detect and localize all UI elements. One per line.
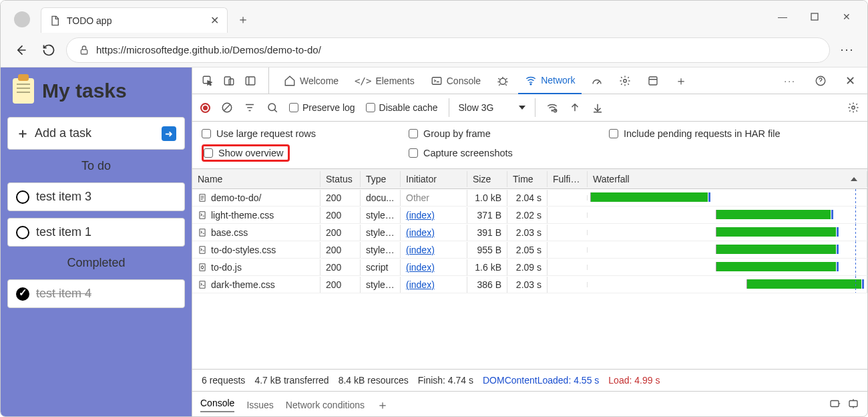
drawer-expand-icon[interactable] bbox=[829, 398, 841, 412]
request-initiator: (index) bbox=[401, 225, 467, 241]
waterfall-cell bbox=[588, 276, 867, 293]
network-settings-icon[interactable] bbox=[847, 102, 859, 114]
col-time: Time bbox=[507, 171, 548, 187]
tab-elements[interactable]: </>Elements bbox=[348, 67, 421, 94]
request-time: 2.09 s bbox=[507, 259, 548, 275]
close-window-button[interactable]: ✕ bbox=[831, 6, 862, 27]
request-time: 2.02 s bbox=[507, 207, 548, 223]
request-type: styles... bbox=[361, 207, 401, 223]
devtools-menu-button[interactable]: ··· bbox=[777, 67, 803, 94]
device-toggle-button[interactable] bbox=[219, 67, 239, 94]
search-button[interactable] bbox=[266, 102, 278, 114]
svg-point-9 bbox=[624, 79, 627, 82]
add-task-button[interactable]: ＋ Add a task ➜ bbox=[7, 117, 185, 150]
task-label: test item 1 bbox=[36, 225, 91, 239]
submit-arrow-icon[interactable]: ➜ bbox=[162, 126, 176, 141]
large-rows-checkbox[interactable]: Use large request rows bbox=[202, 128, 409, 139]
dock-side-button[interactable] bbox=[240, 67, 260, 94]
drawer-tab-issues[interactable]: Issues bbox=[246, 400, 273, 410]
tab-welcome[interactable]: Welcome bbox=[277, 67, 345, 94]
profile-avatar[interactable] bbox=[14, 11, 30, 27]
group-by-frame-checkbox[interactable]: Group by frame bbox=[409, 128, 609, 139]
table-row[interactable]: base.css 200 styles... (index) 391 B 2.0… bbox=[192, 224, 867, 241]
initiator-link[interactable]: (index) bbox=[406, 210, 435, 221]
app-title: My tasks bbox=[42, 80, 127, 102]
svg-rect-18 bbox=[200, 211, 205, 219]
drawer-tab-console[interactable]: Console bbox=[200, 398, 234, 412]
task-item-completed[interactable]: test item 4 bbox=[7, 279, 185, 308]
tab-network[interactable]: Network bbox=[518, 67, 582, 94]
export-har-button[interactable] bbox=[592, 102, 604, 114]
request-type: styles... bbox=[361, 225, 401, 241]
inspect-element-button[interactable] bbox=[198, 67, 218, 94]
back-button[interactable] bbox=[10, 39, 31, 61]
pending-har-checkbox[interactable]: Include pending requests in HAR file bbox=[609, 128, 858, 139]
col-fulfilled: Fulfill... bbox=[548, 171, 588, 187]
initiator-link[interactable]: (index) bbox=[406, 262, 435, 273]
request-size: 391 B bbox=[467, 225, 507, 241]
filter-button[interactable] bbox=[244, 102, 256, 114]
request-type: styles... bbox=[361, 242, 401, 258]
request-type: script bbox=[361, 259, 401, 275]
minimize-button[interactable]: ― bbox=[767, 6, 798, 27]
disable-cache-checkbox[interactable]: Disable cache bbox=[366, 102, 438, 113]
table-row[interactable]: light-theme.css 200 styles... (index) 37… bbox=[192, 206, 867, 224]
throttle-select[interactable]: Slow 3G bbox=[459, 102, 494, 113]
help-icon[interactable] bbox=[808, 67, 833, 94]
tab-title: TODO app bbox=[67, 15, 112, 26]
preserve-log-checkbox[interactable]: Preserve log bbox=[289, 102, 355, 113]
refresh-button[interactable] bbox=[38, 39, 59, 61]
svg-rect-6 bbox=[432, 77, 441, 84]
initiator-link[interactable]: (index) bbox=[406, 279, 435, 290]
svg-rect-5 bbox=[246, 77, 255, 85]
svg-rect-23 bbox=[200, 281, 205, 288]
clear-button[interactable] bbox=[221, 102, 233, 114]
browser-tab[interactable]: TODO app ✕ bbox=[41, 7, 228, 33]
initiator-link[interactable]: (index) bbox=[406, 227, 435, 238]
request-size: 955 B bbox=[467, 242, 507, 258]
new-tab-button[interactable]: ＋ bbox=[230, 7, 256, 31]
network-status-bar: 6 requests 4.7 kB transferred 8.4 kB res… bbox=[192, 369, 867, 391]
drawer-tab-network-conditions[interactable]: Network conditions bbox=[286, 400, 365, 410]
request-initiator: (index) bbox=[401, 242, 467, 258]
table-header[interactable]: Name Status Type Initiator Size Time Ful… bbox=[192, 169, 867, 189]
sort-ascending-icon[interactable] bbox=[851, 177, 857, 181]
table-row[interactable]: dark-theme.css 200 styles... (index) 386… bbox=[192, 276, 867, 293]
drawer-collapse-icon[interactable] bbox=[847, 398, 859, 412]
request-initiator: (index) bbox=[401, 207, 467, 223]
record-button[interactable] bbox=[200, 103, 210, 113]
unchecked-circle-icon[interactable] bbox=[16, 190, 29, 204]
network-conditions-icon[interactable] bbox=[546, 102, 558, 114]
svg-point-16 bbox=[852, 106, 855, 110]
app-icon[interactable] bbox=[640, 67, 666, 94]
close-tab-icon[interactable]: ✕ bbox=[210, 14, 219, 27]
table-row[interactable]: demo-to-do/ 200 docu... Other 1.0 kB 2.0… bbox=[192, 189, 867, 206]
capture-screenshots-checkbox[interactable]: Capture screenshots bbox=[409, 144, 609, 162]
task-item[interactable]: test item 1 bbox=[7, 218, 185, 247]
request-initiator: (index) bbox=[401, 259, 467, 275]
request-fulfilled bbox=[548, 282, 588, 287]
import-har-button[interactable] bbox=[569, 102, 581, 114]
chevron-down-icon[interactable] bbox=[519, 106, 525, 110]
checked-circle-icon[interactable] bbox=[16, 287, 29, 301]
task-item[interactable]: test item 3 bbox=[7, 182, 185, 211]
table-row[interactable]: to-do.js 200 script (index) 1.6 kB 2.09 … bbox=[192, 259, 867, 276]
close-devtools-button[interactable]: ✕ bbox=[839, 67, 862, 94]
request-name: base.css bbox=[211, 227, 248, 238]
maximize-button[interactable] bbox=[799, 6, 830, 27]
url-input[interactable]: https://microsoftedge.github.io/Demos/de… bbox=[66, 37, 830, 63]
initiator-link[interactable]: (index) bbox=[406, 245, 435, 255]
more-tabs-button[interactable]: ＋ bbox=[668, 67, 694, 94]
table-row[interactable]: to-do-styles.css 200 styles... (index) 9… bbox=[192, 241, 867, 259]
show-overview-checkbox[interactable]: Show overview bbox=[204, 148, 284, 158]
col-name: Name bbox=[192, 171, 320, 187]
performance-icon[interactable] bbox=[584, 67, 610, 94]
bug-icon[interactable] bbox=[490, 67, 515, 94]
tab-console[interactable]: Console bbox=[424, 67, 487, 94]
url-text: https://microsoftedge.github.io/Demos/de… bbox=[96, 44, 321, 55]
unchecked-circle-icon[interactable] bbox=[16, 226, 29, 239]
browser-menu-button[interactable]: ··· bbox=[837, 43, 858, 57]
add-drawer-tab-button[interactable]: ＋ bbox=[377, 397, 389, 413]
gear-icon[interactable] bbox=[612, 67, 638, 94]
padlock-icon bbox=[79, 45, 89, 55]
